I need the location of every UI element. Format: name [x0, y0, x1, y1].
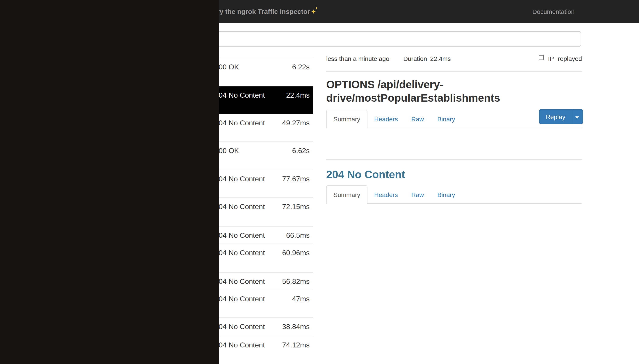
request-status-text: 204 No Content	[215, 341, 265, 350]
request-list-item[interactable]: 200 OK6.22s	[208, 58, 313, 86]
duration-label: Duration	[403, 54, 427, 63]
request-list-item[interactable]: 204 No Content47ms	[208, 290, 313, 318]
request-list-item[interactable]: 204 No Content38.84ms	[208, 318, 313, 336]
request-status-text: 204 No Content	[215, 322, 265, 331]
request-list-item[interactable]: 204 No Content56.82ms	[208, 273, 313, 290]
caret-down-icon	[575, 116, 579, 118]
request-duration-text: 60.96ms	[282, 248, 310, 258]
request-status-text: 204 No Content	[215, 174, 265, 184]
request-list-item[interactable]: 204 No Content49.27ms	[208, 114, 313, 142]
request-detail-panel: less than a minute ago Duration 22.4ms I…	[326, 0, 582, 364]
request-list-item[interactable]: 204 No Content74.12ms	[208, 336, 313, 364]
dark-overlay-panel	[0, 0, 219, 364]
request-duration-text: 66.5ms	[286, 231, 310, 240]
ngrok-inspector-app: Try the ngrok Traffic Inspector✦✦ Docume…	[0, 0, 639, 364]
request-status-text: 204 No Content	[215, 277, 265, 286]
sparkle-icon: ✦✦	[311, 0, 316, 23]
request-list-item[interactable]: 204 No Content66.5ms	[208, 226, 313, 244]
request-list-item[interactable]: 204 No Content60.96ms	[208, 244, 313, 273]
tab-headers[interactable]: Headers	[368, 110, 405, 128]
request-list-item[interactable]: 204 No Content22.4ms	[208, 86, 313, 114]
request-duration-text: 22.4ms	[286, 91, 310, 100]
tab-binary[interactable]: Binary	[431, 186, 462, 204]
request-duration-text: 38.84ms	[282, 322, 310, 331]
tab-raw[interactable]: Raw	[405, 186, 431, 204]
request-duration-text: 77.67ms	[282, 174, 310, 184]
request-duration-text: 74.12ms	[282, 341, 310, 350]
request-duration-text: 47ms	[292, 294, 310, 304]
ip-replayed-checkbox[interactable]	[539, 55, 544, 60]
tab-summary[interactable]: Summary	[326, 185, 368, 204]
request-status-text: 204 No Content	[215, 248, 265, 258]
request-meta-row: less than a minute ago Duration 22.4ms I…	[326, 54, 582, 63]
replayed-label: replayed	[558, 54, 582, 63]
request-duration-text: 49.27ms	[282, 119, 310, 128]
replay-button-group: Replay	[539, 109, 583, 124]
request-list-item[interactable]: 204 No Content77.67ms	[208, 170, 313, 198]
ip-label: IP	[548, 54, 554, 63]
divider	[326, 160, 582, 160]
duration-value: 22.4ms	[430, 54, 451, 63]
navbar-brand: Try the ngrok Traffic Inspector✦✦	[213, 0, 316, 23]
request-status-text: 204 No Content	[215, 294, 265, 304]
tab-summary[interactable]: Summary	[326, 110, 368, 128]
request-status-text: 204 No Content	[215, 231, 265, 240]
replay-button[interactable]: Replay	[539, 109, 572, 124]
tab-headers[interactable]: Headers	[368, 186, 405, 204]
navbar-brand-text: Try the ngrok Traffic Inspector	[213, 8, 310, 15]
divider	[326, 71, 582, 72]
response-status-heading: 204 No Content	[326, 169, 582, 180]
request-status-text: 204 No Content	[215, 91, 265, 100]
response-tabs: SummaryHeadersRawBinary	[326, 185, 582, 204]
request-title: OPTIONS /api/delivery-drive/mostPopularE…	[326, 78, 582, 105]
request-list-item[interactable]: 200 OK6.62s	[208, 142, 313, 170]
tab-raw[interactable]: Raw	[405, 110, 431, 128]
request-status-text: 204 No Content	[215, 202, 265, 211]
request-time-ago: less than a minute ago	[326, 54, 389, 63]
request-duration-text: 56.82ms	[282, 277, 310, 286]
request-duration-text: 6.62s	[292, 146, 310, 155]
request-duration-text: 72.15ms	[282, 202, 310, 211]
tab-binary[interactable]: Binary	[431, 110, 462, 128]
request-list-item[interactable]: 204 No Content72.15ms	[208, 198, 313, 226]
request-duration-text: 6.22s	[292, 63, 310, 72]
request-list: 200 OK6.22s204 No Content22.4ms204 No Co…	[208, 58, 313, 364]
request-status-text: 204 No Content	[215, 119, 265, 128]
replay-dropdown-button[interactable]	[571, 109, 583, 124]
